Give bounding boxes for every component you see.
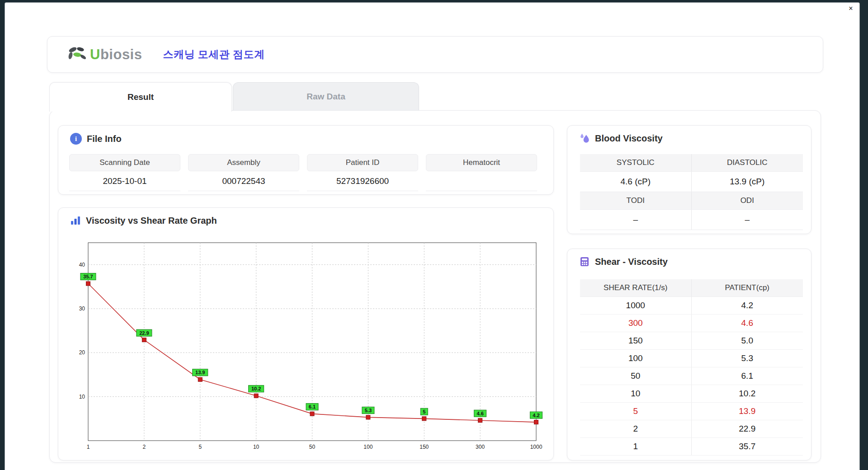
svg-text:13.9: 13.9 — [195, 370, 205, 375]
field-value: 52731926600 — [307, 171, 418, 191]
table-row: 1505.0 — [580, 332, 803, 350]
systolic-value: 4.6 (cP) — [580, 172, 692, 192]
logo: Ubiosis — [66, 46, 142, 64]
tab-result[interactable]: Result — [49, 82, 232, 112]
file-info-field-assembly: Assembly000722543 — [188, 154, 299, 191]
table-row: 10004.2 — [580, 297, 803, 315]
odi-header: ODI — [692, 192, 803, 209]
svg-text:5: 5 — [198, 444, 202, 450]
logo-leaf-icon — [66, 46, 87, 64]
shear-viscosity-section: Shear - Viscosity SHEAR RATE(1/s) PATIEN… — [567, 249, 811, 461]
svg-text:10.2: 10.2 — [251, 386, 261, 391]
patient-cell: 4.2 — [692, 297, 803, 314]
patient-cell: 4.6 — [692, 315, 803, 332]
svg-text:35.7: 35.7 — [83, 274, 93, 279]
blood-viscosity-section: Blood Viscosity SYSTOLIC DIASTOLIC 4.6 (… — [567, 125, 811, 234]
blood-viscosity-title-text: Blood Viscosity — [595, 133, 663, 144]
logo-text: Ubiosis — [90, 47, 142, 63]
odi-value: – — [692, 210, 803, 230]
graph-title: Viscosity vs Shear Rate Graph — [70, 215, 217, 226]
svg-text:5: 5 — [423, 409, 425, 414]
table-row: 1010.2 — [580, 385, 803, 403]
svg-text:1: 1 — [87, 444, 90, 450]
todi-value: – — [580, 210, 692, 230]
table-body: 10004.23004.61505.01005.3506.11010.2513.… — [580, 297, 803, 456]
graph-title-text: Viscosity vs Shear Rate Graph — [86, 216, 217, 226]
file-info-title-text: File Info — [87, 134, 122, 144]
main-content: i File Info Scanning Date2025-10-01Assem… — [49, 110, 821, 463]
table-row: 506.1 — [580, 367, 803, 385]
systolic-header: SYSTOLIC — [580, 154, 692, 171]
close-icon[interactable]: × — [846, 4, 856, 14]
patient-column-header: PATIENT(cp) — [692, 279, 803, 296]
droplet-icon — [579, 133, 590, 144]
viscosity-chart: 102030401251050100150300100035.722.913.9… — [76, 240, 547, 453]
svg-text:10: 10 — [253, 444, 259, 450]
svg-text:300: 300 — [476, 444, 485, 450]
table-row: 222.9 — [580, 420, 803, 438]
table-row: 135.7 — [580, 438, 803, 456]
patient-cell: 13.9 — [692, 403, 803, 420]
svg-text:1000: 1000 — [530, 444, 542, 450]
svg-text:22.9: 22.9 — [139, 330, 149, 336]
bar-chart-icon — [70, 215, 81, 226]
shear-rate-cell: 50 — [580, 367, 692, 385]
field-value — [426, 171, 537, 191]
diastolic-header: DIASTOLIC — [692, 154, 803, 171]
blood-viscosity-table: SYSTOLIC DIASTOLIC 4.6 (cP) 13.9 (cP) TO… — [580, 154, 803, 230]
shear-rate-cell: 1 — [580, 438, 692, 455]
table-row: 3004.6 — [580, 315, 803, 332]
bv-header-row: SYSTOLIC DIASTOLIC — [580, 154, 803, 172]
svg-text:2: 2 — [143, 444, 146, 450]
shear-rate-cell: 10 — [580, 385, 692, 402]
table-row: 1005.3 — [580, 350, 803, 367]
file-info-field-scanning-date: Scanning Date2025-10-01 — [69, 154, 180, 191]
svg-text:6.1: 6.1 — [309, 404, 316, 409]
table-header-row: SHEAR RATE(1/s) PATIENT(cp) — [580, 279, 803, 297]
svg-text:20: 20 — [79, 349, 85, 356]
todi-header: TODI — [580, 192, 692, 209]
diastolic-value: 13.9 (cP) — [692, 172, 803, 192]
field-label: Patient ID — [307, 154, 418, 171]
svg-text:40: 40 — [79, 262, 85, 268]
file-info-title: i File Info — [70, 133, 122, 145]
patient-cell: 6.1 — [692, 367, 803, 385]
calculator-icon — [579, 256, 590, 267]
patient-cell: 22.9 — [692, 420, 803, 437]
shear-rate-column-header: SHEAR RATE(1/s) — [580, 279, 692, 296]
file-info-section: i File Info Scanning Date2025-10-01Assem… — [58, 125, 554, 195]
field-label: Scanning Date — [69, 154, 180, 171]
app-window: × Ubiosis 스캐닝 모세관 점도계 Result Raw Data i … — [5, 2, 860, 470]
shear-rate-cell: 300 — [580, 315, 692, 332]
svg-text:50: 50 — [309, 444, 316, 450]
file-info-field-hematocrit: Hematocrit — [426, 154, 537, 191]
file-info-field-patient-id: Patient ID52731926600 — [307, 154, 418, 191]
page-title: 스캐닝 모세관 점도계 — [163, 47, 264, 61]
header: Ubiosis 스캐닝 모세관 점도계 — [47, 36, 823, 73]
patient-cell: 35.7 — [692, 438, 803, 455]
shear-rate-cell: 150 — [580, 332, 692, 349]
patient-cell: 10.2 — [692, 385, 803, 402]
bv-value-row-2: – – — [580, 210, 803, 230]
field-label: Assembly — [188, 154, 299, 171]
svg-text:100: 100 — [363, 444, 373, 450]
shear-viscosity-table: SHEAR RATE(1/s) PATIENT(cp) 10004.23004.… — [580, 279, 803, 456]
file-info-fields: Scanning Date2025-10-01Assembly000722543… — [69, 154, 537, 191]
shear-viscosity-title-text: Shear - Viscosity — [595, 257, 668, 267]
shear-rate-cell: 5 — [580, 403, 692, 420]
svg-text:4.2: 4.2 — [533, 413, 539, 418]
info-icon: i — [70, 133, 82, 145]
shear-rate-cell: 2 — [580, 420, 692, 437]
patient-cell: 5.3 — [692, 350, 803, 367]
blood-viscosity-title: Blood Viscosity — [579, 133, 663, 144]
shear-viscosity-title: Shear - Viscosity — [579, 256, 668, 267]
field-value: 000722543 — [188, 171, 299, 191]
patient-cell: 5.0 — [692, 332, 803, 349]
svg-text:150: 150 — [420, 444, 429, 450]
bv-value-row: 4.6 (cP) 13.9 (cP) — [580, 172, 803, 192]
graph-section: Viscosity vs Shear Rate Graph 1020304012… — [58, 207, 554, 461]
svg-text:10: 10 — [79, 394, 85, 400]
field-value: 2025-10-01 — [69, 171, 180, 191]
svg-text:30: 30 — [79, 306, 85, 312]
tab-raw-data[interactable]: Raw Data — [233, 82, 419, 110]
